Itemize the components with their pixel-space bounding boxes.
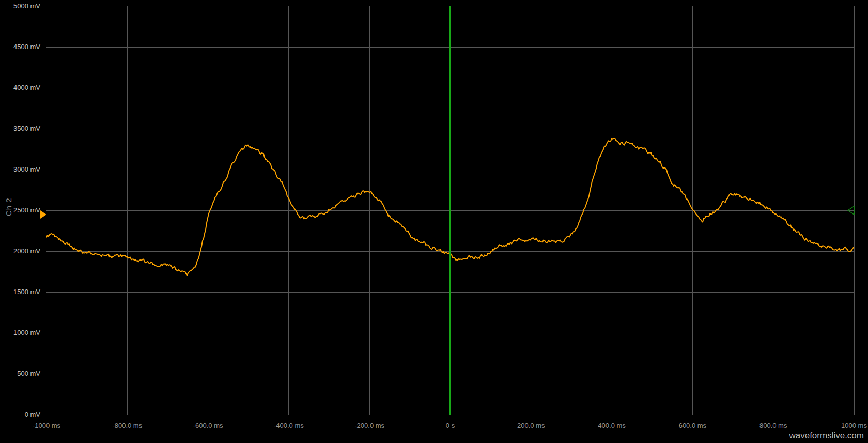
oscilloscope-display: Ch 2 5000 mV4500 mV4000 mV3500 mV3000 mV… bbox=[0, 0, 868, 443]
x-tick-label: -1000 ms bbox=[33, 422, 60, 430]
y-tick-label: 4000 mV bbox=[0, 84, 40, 92]
trigger-level-marker-icon[interactable] bbox=[847, 206, 855, 215]
x-tick-label: -600.0 ms bbox=[193, 422, 223, 430]
y-tick-label: 4500 mV bbox=[0, 43, 40, 51]
y-tick-label: 5000 mV bbox=[0, 2, 40, 10]
x-tick-label: 600.0 ms bbox=[679, 422, 706, 430]
watermark: waveformslive.com bbox=[789, 431, 864, 441]
x-tick-label: -200.0 ms bbox=[354, 422, 384, 430]
y-tick-label: 2500 mV bbox=[0, 206, 40, 215]
y-tick-label: 1000 mV bbox=[0, 329, 40, 337]
y-tick-label: 0 mV bbox=[0, 410, 40, 419]
y-tick-label: 2000 mV bbox=[0, 247, 40, 255]
x-tick-label: 1000 ms bbox=[841, 422, 867, 430]
x-tick-label: 200.0 ms bbox=[517, 422, 545, 430]
x-tick-label: 400.0 ms bbox=[598, 422, 625, 430]
y-tick-label: 1500 mV bbox=[0, 288, 40, 296]
trigger-time-cursor-line[interactable] bbox=[450, 6, 451, 415]
y-tick-label: 500 mV bbox=[0, 370, 40, 378]
channel-offset-marker-icon[interactable] bbox=[40, 210, 47, 219]
y-tick-label: 3500 mV bbox=[0, 125, 40, 133]
x-tick-label: -400.0 ms bbox=[274, 422, 304, 430]
x-tick-label: 0 s bbox=[446, 422, 455, 430]
y-tick-label: 3000 mV bbox=[0, 165, 40, 174]
x-tick-label: 800.0 ms bbox=[760, 422, 787, 430]
x-tick-label: -800.0 ms bbox=[112, 422, 142, 430]
